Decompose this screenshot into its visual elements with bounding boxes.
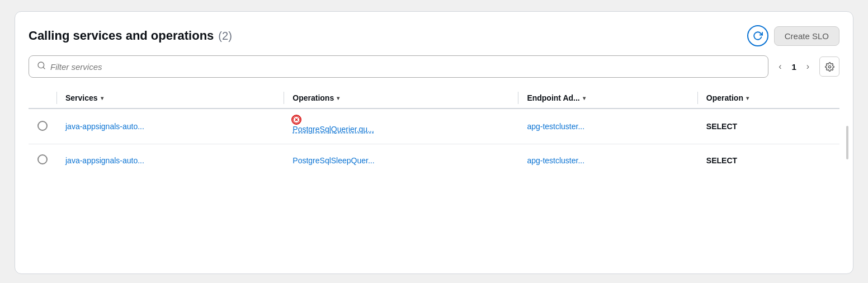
services-sort-icon[interactable]: ▾ (101, 95, 103, 101)
panel-header: Calling services and operations (2) Crea… (29, 25, 839, 46)
prev-page-button[interactable]: ‹ (775, 59, 785, 74)
search-row: ‹ 1 › (29, 55, 839, 78)
row1-operation-cell: PostgreSqlQuerier.qu... (284, 109, 518, 144)
table-row: java-appsignals-auto... PostgreSqlSleepQ… (29, 144, 839, 177)
panel-count: (2) (218, 30, 232, 43)
calling-services-panel: Calling services and operations (2) Crea… (15, 11, 853, 274)
page-number: 1 (789, 62, 800, 72)
search-icon (37, 61, 46, 72)
col-services: Services ▾ (56, 88, 284, 109)
row2-operation-type: SELECT (706, 156, 737, 165)
services-table: Services ▾ Operations ▾ Endpoint Ad... (29, 88, 839, 176)
scrollbar[interactable] (846, 126, 848, 159)
error-icon (291, 115, 301, 125)
row1-service-link[interactable]: java-appsignals-auto... (65, 122, 144, 131)
panel-title: Calling services and operations (29, 29, 214, 43)
row1-operation-link[interactable]: PostgreSqlQuerier.qu... (293, 125, 374, 134)
next-page-button[interactable]: › (803, 59, 813, 74)
col-endpoint: Endpoint Ad... ▾ (518, 88, 697, 109)
row1-endpoint-link[interactable]: apg-testcluster... (527, 122, 584, 131)
search-input[interactable] (50, 62, 760, 72)
operations-sort-icon[interactable]: ▾ (337, 95, 339, 101)
row2-operation-cell: PostgreSqlSleepQuer... (284, 144, 518, 177)
row1-operation-type-cell: SELECT (697, 109, 839, 144)
row2-operation-type-cell: SELECT (697, 144, 839, 177)
row1-operation-type: SELECT (706, 122, 737, 131)
search-box-container (29, 55, 768, 78)
table-row: java-appsignals-auto... PostgreSqlQuerie… (29, 109, 839, 144)
svg-point-2 (828, 65, 831, 68)
col-operation-type: Operation ▾ (697, 88, 839, 109)
row2-endpoint-cell: apg-testcluster... (518, 144, 697, 177)
refresh-button[interactable] (747, 25, 768, 46)
row2-service-cell: java-appsignals-auto... (56, 144, 284, 177)
row1-select-cell (29, 109, 56, 144)
row2-select-cell (29, 144, 56, 177)
settings-button[interactable] (819, 56, 839, 77)
col-select (29, 88, 56, 109)
row1-service-cell: java-appsignals-auto... (56, 109, 284, 144)
row1-endpoint-cell: apg-testcluster... (518, 109, 697, 144)
row2-endpoint-link[interactable]: apg-testcluster... (527, 156, 584, 165)
create-slo-button[interactable]: Create SLO (774, 26, 839, 46)
endpoint-sort-icon[interactable]: ▾ (583, 95, 586, 101)
row2-operation-link[interactable]: PostgreSqlSleepQuer... (293, 156, 374, 165)
pagination-area: ‹ 1 › (775, 56, 839, 77)
table-header-row: Services ▾ Operations ▾ Endpoint Ad... (29, 88, 839, 109)
row1-radio[interactable] (37, 121, 48, 131)
title-area: Calling services and operations (2) (29, 29, 232, 43)
svg-line-1 (43, 67, 45, 69)
row1-error-indicator (291, 115, 301, 126)
operation-type-sort-icon[interactable]: ▾ (746, 95, 749, 101)
row2-radio[interactable] (37, 154, 48, 164)
row2-service-link[interactable]: java-appsignals-auto... (65, 156, 144, 165)
header-actions: Create SLO (747, 25, 839, 46)
col-operations: Operations ▾ (284, 88, 518, 109)
